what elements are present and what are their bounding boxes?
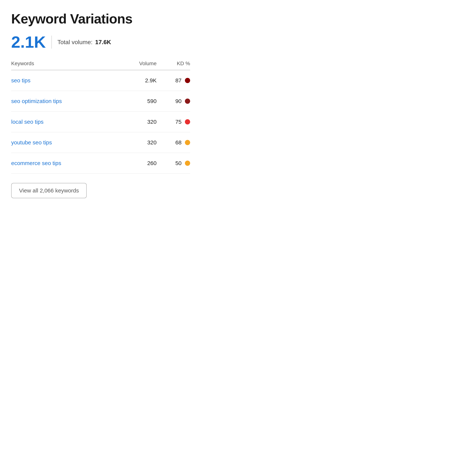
- volume-cell: 320: [119, 119, 157, 125]
- header-kd: KD %: [157, 61, 190, 67]
- keyword-link[interactable]: ecommerce seo tips: [11, 160, 119, 166]
- table-header: Keywords Volume KD %: [11, 61, 190, 70]
- page-title: Keyword Variations: [11, 11, 190, 26]
- total-volume-value: 17.6K: [95, 39, 111, 46]
- keywords-table: Keywords Volume KD % seo tips2.9K87seo o…: [11, 61, 190, 174]
- kd-cell: 90: [157, 98, 190, 104]
- kd-cell: 87: [157, 77, 190, 84]
- table-row: seo tips2.9K87: [11, 70, 190, 91]
- kd-value: 90: [175, 98, 182, 104]
- volume-cell: 590: [119, 98, 157, 104]
- kd-cell: 68: [157, 139, 190, 146]
- table-row: youtube seo tips32068: [11, 132, 190, 153]
- kd-dot: [185, 161, 190, 166]
- kd-value: 68: [175, 139, 182, 146]
- kd-cell: 75: [157, 119, 190, 125]
- table-row: seo optimization tips59090: [11, 91, 190, 112]
- table-row: local seo tips32075: [11, 112, 190, 132]
- volume-cell: 260: [119, 160, 157, 166]
- kd-dot: [185, 78, 190, 83]
- summary-row: 2.1K Total volume: 17.6K: [11, 34, 190, 50]
- kd-dot: [185, 140, 190, 145]
- keyword-link[interactable]: seo optimization tips: [11, 98, 119, 104]
- total-volume-container: Total volume: 17.6K: [58, 39, 111, 46]
- total-volume-label: Total volume:: [58, 39, 93, 46]
- volume-cell: 2.9K: [119, 77, 157, 84]
- keyword-link[interactable]: local seo tips: [11, 119, 119, 125]
- volume-cell: 320: [119, 139, 157, 146]
- table-body: seo tips2.9K87seo optimization tips59090…: [11, 70, 190, 174]
- kd-value: 75: [175, 119, 182, 125]
- table-row: ecommerce seo tips26050: [11, 153, 190, 174]
- keyword-link[interactable]: seo tips: [11, 77, 119, 84]
- kd-dot: [185, 119, 190, 125]
- kd-cell: 50: [157, 160, 190, 166]
- vertical-divider: [51, 35, 52, 49]
- kd-value: 50: [175, 160, 182, 166]
- view-all-button[interactable]: View all 2,066 keywords: [11, 183, 87, 198]
- kd-dot: [185, 99, 190, 104]
- keyword-link[interactable]: youtube seo tips: [11, 139, 119, 146]
- header-volume: Volume: [119, 61, 157, 67]
- header-keywords: Keywords: [11, 61, 119, 67]
- kd-value: 87: [175, 77, 182, 84]
- main-count: 2.1K: [11, 34, 46, 50]
